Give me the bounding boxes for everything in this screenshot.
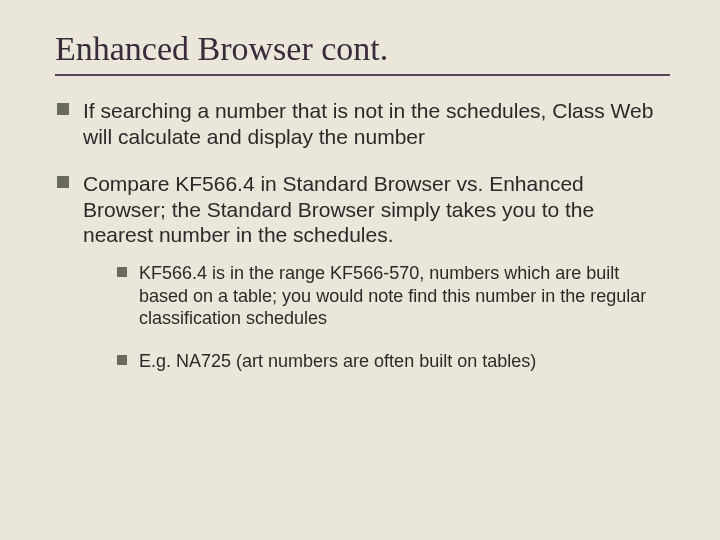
sub-bullet-list: KF566.4 is in the range KF566-570, numbe… — [115, 262, 670, 372]
slide: Enhanced Browser cont. If searching a nu… — [0, 0, 720, 540]
bullet-text: Compare KF566.4 in Standard Browser vs. … — [83, 172, 594, 246]
list-item: KF566.4 is in the range KF566-570, numbe… — [115, 262, 670, 330]
bullet-text: If searching a number that is not in the… — [83, 99, 653, 148]
title-rule — [55, 74, 670, 76]
bullet-text: E.g. NA725 (art numbers are often built … — [139, 351, 536, 371]
bullet-text: KF566.4 is in the range KF566-570, numbe… — [139, 263, 646, 328]
list-item: E.g. NA725 (art numbers are often built … — [115, 350, 670, 373]
list-item: Compare KF566.4 in Standard Browser vs. … — [55, 171, 670, 372]
slide-title: Enhanced Browser cont. — [55, 30, 670, 68]
bullet-list: If searching a number that is not in the… — [55, 98, 670, 372]
list-item: If searching a number that is not in the… — [55, 98, 670, 149]
